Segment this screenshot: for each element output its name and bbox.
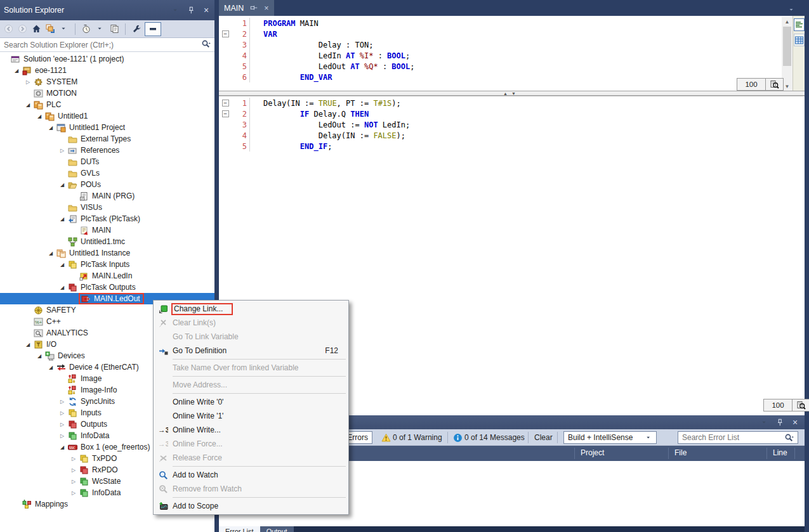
expand-arrow-icon[interactable]: ▷ xyxy=(57,422,67,427)
zoom-icon[interactable] xyxy=(793,399,809,412)
column-header-project[interactable]: Project xyxy=(581,448,604,457)
menu-item-online-write[interactable]: →3Online Write... xyxy=(154,423,348,437)
pin-icon[interactable] xyxy=(775,418,784,427)
collapse-arrow-icon[interactable]: ◢ xyxy=(34,114,44,119)
zoom-level-bottom[interactable]: 100 xyxy=(763,399,793,412)
splitter-handle-icon[interactable]: ▲▼ xyxy=(503,91,520,96)
collapse-arrow-icon[interactable]: ◢ xyxy=(57,182,67,188)
tree-item-duts[interactable]: DUTs xyxy=(0,156,214,167)
tree-item-plctask-outputs[interactable]: ◢PlcTask Outputs xyxy=(0,282,214,293)
tree-item-eoe-1121[interactable]: ◢eoe-1121 xyxy=(0,65,214,76)
clear-button[interactable]: Clear xyxy=(534,431,553,444)
collapse-arrow-icon[interactable]: ◢ xyxy=(57,285,67,290)
messages-filter-button[interactable]: 0 of 14 Messages xyxy=(464,431,525,444)
tree-item-plctask-plctask[interactable]: ◢PlcTask (PlcTask) xyxy=(0,213,214,224)
fold-toggle-icon[interactable]: − xyxy=(219,110,232,117)
tree-item-external-types[interactable]: External Types xyxy=(0,133,214,145)
tree-item-system[interactable]: ▷SYSTEM xyxy=(0,76,214,88)
menu-item-online-write-0[interactable]: Online Write '0' xyxy=(154,395,348,409)
tree-item-gvls[interactable]: GVLs xyxy=(0,167,214,179)
expand-arrow-icon[interactable]: ▷ xyxy=(57,148,67,153)
scrollbar-thumb[interactable] xyxy=(783,27,791,66)
fold-toggle-icon[interactable]: − xyxy=(219,100,232,107)
warnings-filter-button[interactable]: 0 of 1 Warning xyxy=(393,431,442,444)
error-search-input[interactable] xyxy=(682,433,784,442)
preview-toggle-button[interactable] xyxy=(145,22,161,36)
expand-arrow-icon[interactable]: ▷ xyxy=(69,456,79,462)
tab-list-chevron-icon[interactable] xyxy=(787,5,797,15)
search-icon[interactable] xyxy=(784,432,794,443)
tree-item-untitled1-tmc[interactable]: Untitled1.tmc xyxy=(0,236,214,247)
pin-icon[interactable] xyxy=(187,6,195,15)
forward-button[interactable] xyxy=(16,22,28,36)
tree-item-motion[interactable]: MOTION xyxy=(0,88,214,99)
zoom-icon[interactable] xyxy=(766,78,784,91)
menu-item-add-to-watch[interactable]: Add to Watch xyxy=(154,468,348,482)
expand-arrow-icon[interactable]: ▷ xyxy=(57,433,67,439)
fold-toggle-icon[interactable]: − xyxy=(219,30,232,37)
editor-splitter[interactable]: ▲▼ xyxy=(219,91,805,96)
expand-arrow-icon[interactable]: ▷ xyxy=(57,410,67,416)
collapse-arrow-icon[interactable]: ◢ xyxy=(23,342,33,347)
tree-item-untitled1-project[interactable]: ◢Untitled1 Project xyxy=(0,122,214,133)
bottom-tab-error-list[interactable]: Error List xyxy=(219,526,260,532)
column-header-file[interactable]: File xyxy=(674,448,687,457)
collapse-all-button[interactable] xyxy=(44,22,56,36)
collapse-arrow-icon[interactable]: ◢ xyxy=(57,216,67,222)
tree-item-references[interactable]: ▷References xyxy=(0,145,214,156)
tree-item-solution-eoe-1121-1-project[interactable]: Solution 'eoe-1121' (1 project) xyxy=(0,53,214,65)
error-search-box[interactable] xyxy=(678,431,798,444)
tree-item-main[interactable]: MAIN xyxy=(0,224,214,236)
chevron-down-icon[interactable] xyxy=(171,6,180,15)
close-icon[interactable]: × xyxy=(202,6,211,15)
search-icon[interactable] xyxy=(201,39,211,49)
text-view-button[interactable] xyxy=(794,18,805,31)
code-pane-declarations[interactable]: 1PROGRAM MAIN−2VAR3 Delay : TON;4 LedIn … xyxy=(219,16,805,91)
collapse-arrow-icon[interactable]: ◢ xyxy=(46,365,56,370)
menu-item-add-to-scope[interactable]: Add to Scope xyxy=(154,499,348,513)
tree-item-main-prg[interactable]: MAIN (PRG) xyxy=(0,190,214,202)
bottom-tab-output[interactable]: Output xyxy=(260,526,294,532)
tree-item-main-ledin[interactable]: MAIN.LedIn xyxy=(0,270,214,282)
home-button[interactable] xyxy=(30,22,42,36)
collapse-arrow-icon[interactable]: ◢ xyxy=(34,353,44,359)
collapse-arrow-icon[interactable]: ◢ xyxy=(46,125,56,131)
tree-item-plc[interactable]: ◢PLC xyxy=(0,99,214,110)
tree-item-untitled1-instance[interactable]: ◢Untitled1 Instance xyxy=(0,247,214,259)
collapse-arrow-icon[interactable]: ◢ xyxy=(57,444,67,450)
sync-doc-button[interactable] xyxy=(109,22,120,36)
grid-view-button[interactable] xyxy=(794,34,805,46)
collapse-arrow-icon[interactable]: ◢ xyxy=(23,102,33,108)
tree-item-pous[interactable]: ◢POUs xyxy=(0,179,214,190)
tree-item-plctask-inputs[interactable]: ◢PlcTask Inputs xyxy=(0,259,214,270)
expand-arrow-icon[interactable]: ▷ xyxy=(69,479,79,484)
expand-arrow-icon[interactable]: ▷ xyxy=(57,399,67,405)
chevron-down-icon[interactable] xyxy=(760,418,769,427)
scroll-up-icon[interactable]: ▲ xyxy=(782,17,793,26)
zoom-level-top[interactable]: 100 xyxy=(737,78,766,91)
filter-dropdown[interactable]: Build + IntelliSense xyxy=(563,431,657,444)
wrench-button[interactable] xyxy=(131,22,142,36)
close-icon[interactable]: × xyxy=(264,4,268,13)
motion-icon xyxy=(33,88,43,98)
expand-arrow-icon[interactable]: ▷ xyxy=(69,490,79,496)
menu-item-go-to-definition[interactable]: Go To DefinitionF12 xyxy=(154,344,348,358)
close-icon[interactable]: × xyxy=(791,418,799,427)
history-button[interactable] xyxy=(81,22,92,36)
tree-item-untitled1[interactable]: ◢Untitled1 xyxy=(0,110,214,122)
pin-icon[interactable] xyxy=(249,3,259,13)
expand-arrow-icon[interactable]: ▷ xyxy=(23,79,33,85)
menu-item-change-link[interactable]: Change Link... xyxy=(154,302,348,316)
tree-item-visus[interactable]: VISUs xyxy=(0,202,214,213)
chevron-down-button[interactable] xyxy=(95,22,106,36)
menu-item-online-write-1[interactable]: Online Write '1' xyxy=(154,409,348,423)
column-header-line[interactable]: Line xyxy=(773,448,787,457)
search-input[interactable] xyxy=(4,41,201,49)
back-button[interactable] xyxy=(3,22,14,36)
collapse-arrow-icon[interactable]: ◢ xyxy=(46,250,56,256)
collapse-arrow-icon[interactable]: ◢ xyxy=(57,262,67,268)
expand-arrow-icon[interactable]: ▷ xyxy=(69,467,79,473)
chevron-down-button[interactable] xyxy=(58,22,70,36)
collapse-arrow-icon[interactable]: ◢ xyxy=(11,68,22,74)
tab-main[interactable]: MAIN × xyxy=(219,0,274,16)
